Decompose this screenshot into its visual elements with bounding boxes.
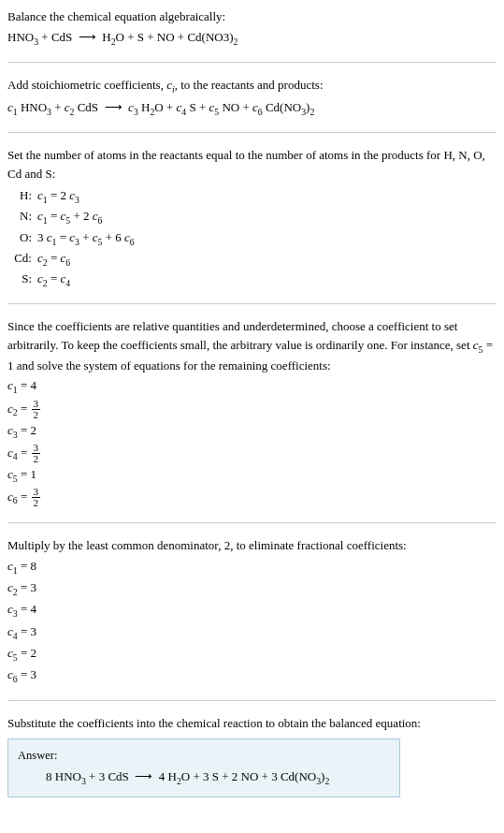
coeff-line: c6 = 32 bbox=[7, 487, 497, 508]
atom-row: N: c1 = c5 + 2 c6 bbox=[11, 207, 497, 227]
section-fractional-solution: Since the coefficients are relative quan… bbox=[7, 317, 497, 523]
coeff-line: c5 = 2 bbox=[7, 644, 497, 665]
coeff-line: c4 = 32 bbox=[7, 443, 497, 464]
coeff-line: c4 = 3 bbox=[7, 622, 497, 643]
atom-balance-intro: Set the number of atoms in the reactants… bbox=[7, 146, 497, 183]
atom-eq: c2 = c4 bbox=[37, 270, 70, 290]
fractional-intro: Since the coefficients are relative quan… bbox=[7, 317, 497, 374]
atom-eq: c1 = 2 c3 bbox=[37, 186, 79, 207]
atom-label: O: bbox=[11, 228, 37, 247]
answer-intro: Substitute the coefficients into the che… bbox=[7, 714, 497, 733]
coeff-line: c3 = 4 bbox=[7, 600, 497, 621]
section-integer-solution: Multiply by the least common denominator… bbox=[7, 536, 497, 701]
coeff-line: c5 = 1 bbox=[7, 465, 497, 486]
atom-label: S: bbox=[11, 270, 37, 288]
section-add-coeffs: Add stoichiometric coefficients, ci, to … bbox=[7, 76, 497, 133]
equation-with-coeffs: c1 HNO3 + c2 CdS ⟶ c3 H2O + c4 S + c5 NO… bbox=[7, 98, 497, 119]
atom-label: N: bbox=[11, 207, 37, 226]
atom-row: Cd: c2 = c6 bbox=[11, 249, 497, 270]
coeff-line: c2 = 32 bbox=[7, 399, 497, 420]
section-answer: Substitute the coefficients into the che… bbox=[7, 714, 497, 796]
atom-label: Cd: bbox=[11, 249, 37, 268]
coeff-line: c1 = 8 bbox=[7, 557, 497, 577]
section-atom-balance: Set the number of atoms in the reactants… bbox=[7, 146, 497, 304]
balanced-equation: 8 HNO3 + 3 CdS ⟶ 4 H2O + 3 S + 2 NO + 3 … bbox=[18, 767, 390, 788]
answer-label: Answer: bbox=[18, 747, 390, 765]
coeff-line: c2 = 3 bbox=[7, 578, 497, 599]
problem-statement: Balance the chemical equation algebraica… bbox=[7, 7, 497, 26]
fractional-coeffs: c1 = 4 c2 = 32 c3 = 2 c4 = 32 c5 = 1 c6 … bbox=[7, 376, 497, 508]
atom-label: H: bbox=[11, 186, 37, 205]
integer-coeffs: c1 = 8 c2 = 3 c3 = 4 c4 = 3 c5 = 2 c6 = … bbox=[7, 557, 497, 686]
integer-intro: Multiply by the least common denominator… bbox=[7, 536, 497, 555]
section-problem: Balance the chemical equation algebraica… bbox=[7, 7, 497, 63]
add-coeffs-text: Add stoichiometric coefficients, ci, to … bbox=[7, 76, 497, 96]
coeff-line: c3 = 2 bbox=[7, 421, 497, 442]
atom-row: S: c2 = c4 bbox=[11, 270, 497, 290]
atom-eq: c2 = c6 bbox=[37, 249, 70, 270]
coeff-line: c1 = 4 bbox=[7, 376, 497, 397]
coeff-line: c6 = 3 bbox=[7, 665, 497, 686]
atom-row: O: 3 c1 = c3 + c5 + 6 c6 bbox=[11, 228, 497, 249]
atom-balance-table: H: c1 = 2 c3 N: c1 = c5 + 2 c6 O: 3 c1 =… bbox=[11, 186, 497, 290]
atom-eq: c1 = c5 + 2 c6 bbox=[37, 207, 102, 227]
atom-eq: 3 c1 = c3 + c5 + 6 c6 bbox=[37, 228, 135, 249]
atom-row: H: c1 = 2 c3 bbox=[11, 186, 497, 207]
answer-box: Answer: 8 HNO3 + 3 CdS ⟶ 4 H2O + 3 S + 2… bbox=[7, 738, 400, 797]
unbalanced-equation: HNO3 + CdS ⟶ H2O + S + NO + Cd(NO3)2 bbox=[7, 28, 497, 49]
